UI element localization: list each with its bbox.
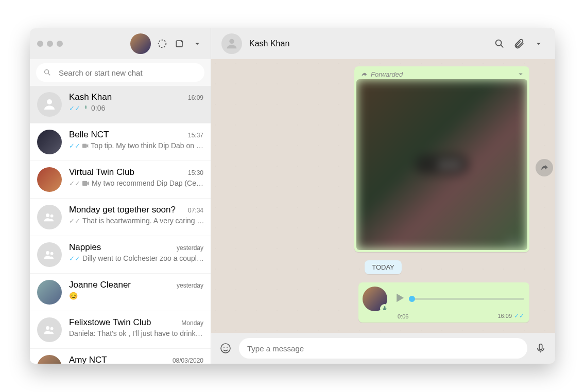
svg-point-9 xyxy=(50,252,54,255)
chat-info: Kash Khan16:09 ✓✓0:06 xyxy=(69,92,203,117)
chat-preview: Daniela: That's ok , I'll just have to d… xyxy=(69,329,203,337)
chat-avatar xyxy=(37,242,62,267)
chat-preview: ✓✓Top tip. My two think Dip Dab on … xyxy=(69,141,203,150)
chat-avatar xyxy=(37,167,62,192)
date-separator: TODAY xyxy=(365,260,402,274)
my-avatar[interactable] xyxy=(130,33,151,54)
new-chat-icon[interactable] xyxy=(174,38,186,50)
chat-info: Nappiesyesterday ✓✓Dilly went to Colches… xyxy=(69,242,203,267)
messages-area[interactable]: Forwarded 164 kB 22:00 TODAY xyxy=(211,59,555,333)
svg-point-0 xyxy=(159,40,166,48)
voice-track[interactable] xyxy=(412,298,524,300)
download-button[interactable]: 164 kB xyxy=(415,155,469,174)
contact-avatar[interactable] xyxy=(221,33,242,54)
svg-point-11 xyxy=(50,327,54,330)
chat-name: Joanne Cleaner xyxy=(69,280,131,290)
voice-sender-avatar xyxy=(363,287,387,311)
chat-info: Monday get together soon?07:34 ✓✓That is… xyxy=(69,205,203,229)
svg-point-13 xyxy=(496,40,502,46)
voice-record-icon[interactable] xyxy=(535,342,547,354)
chat-avatar xyxy=(37,92,62,117)
chat-list-item[interactable]: Felixstowe Twin ClubMonday Daniela: That… xyxy=(30,311,211,349)
chat-time: 15:37 xyxy=(188,132,203,139)
chat-time: 07:34 xyxy=(188,207,203,214)
svg-point-7 xyxy=(50,215,54,218)
image-timestamp: 22:00 xyxy=(507,240,522,247)
voice-timestamp: 16:09✓✓ xyxy=(497,312,524,319)
read-ticks-icon: ✓✓ xyxy=(69,104,80,112)
chat-time: yesterday xyxy=(177,244,203,252)
mic-badge-icon xyxy=(380,304,389,313)
close-dot[interactable] xyxy=(37,41,43,47)
chat-list-item[interactable]: Joanne Cleaneryesterday 😊 xyxy=(30,274,211,311)
message-input[interactable] xyxy=(247,344,519,353)
max-dot[interactable] xyxy=(57,41,63,47)
chat-preview: ✓✓My two recommend Dip Dap (Ce… xyxy=(69,179,203,187)
header-search-icon[interactable] xyxy=(493,38,506,50)
chat-name: Kash Khan xyxy=(69,92,112,102)
chat-preview: ✓✓That is heartwarming. A very caring … xyxy=(69,217,203,225)
chat-list-item[interactable]: Belle NCT15:37 ✓✓Top tip. My two think D… xyxy=(30,123,211,161)
chat-time: 08/03/2020 xyxy=(173,357,203,364)
chat-time: yesterday xyxy=(177,282,203,289)
chat-info: Belle NCT15:37 ✓✓Top tip. My two think D… xyxy=(69,130,203,154)
svg-point-12 xyxy=(229,39,234,44)
chat-avatar xyxy=(37,355,62,364)
chat-time: 16:09 xyxy=(188,94,203,101)
voice-thumb[interactable] xyxy=(409,296,415,302)
share-button[interactable] xyxy=(536,159,553,176)
mic-icon xyxy=(82,105,89,112)
video-icon xyxy=(82,143,89,149)
chat-preview: ✓✓0:06 xyxy=(69,104,203,112)
message-input-wrap[interactable] xyxy=(239,338,527,359)
svg-point-15 xyxy=(223,347,225,348)
chat-time: 15:30 xyxy=(188,169,203,176)
chat-name: Belle NCT xyxy=(69,130,109,140)
read-ticks-icon: ✓✓ xyxy=(69,255,80,262)
chat-time: Monday xyxy=(181,319,203,327)
sidebar: Kash Khan16:09 ✓✓0:06 Belle NCT15:37 ✓✓T… xyxy=(30,28,211,364)
attach-icon[interactable] xyxy=(513,38,525,50)
svg-point-2 xyxy=(45,70,49,74)
read-ticks-icon: ✓✓ xyxy=(69,217,80,225)
min-dot[interactable] xyxy=(47,41,53,47)
chat-list-item[interactable]: Monday get together soon?07:34 ✓✓That is… xyxy=(30,199,211,236)
video-icon xyxy=(82,181,90,186)
chat-info: Virtual Twin Club15:30 ✓✓My two recommen… xyxy=(69,167,203,192)
read-ticks-icon: ✓✓ xyxy=(69,142,80,150)
chat-info: Amy NCT08/03/2020 xyxy=(69,355,203,364)
search-input[interactable] xyxy=(59,68,197,77)
forwarded-image-message[interactable]: Forwarded 164 kB 22:00 xyxy=(354,66,529,252)
svg-point-16 xyxy=(227,347,228,348)
conversation-menu-icon[interactable] xyxy=(532,38,545,50)
app-window: Kash Khan16:09 ✓✓0:06 Belle NCT15:37 ✓✓T… xyxy=(30,28,555,364)
sidebar-header xyxy=(30,28,211,59)
composer xyxy=(211,333,555,364)
play-button[interactable] xyxy=(392,291,407,307)
chat-list[interactable]: Kash Khan16:09 ✓✓0:06 Belle NCT15:37 ✓✓T… xyxy=(30,86,211,364)
image-attachment[interactable]: 164 kB 22:00 xyxy=(356,79,527,250)
svg-rect-5 xyxy=(82,181,87,185)
forward-arrow-icon xyxy=(360,71,368,78)
chat-preview: 😊 xyxy=(69,292,203,300)
chat-avatar xyxy=(37,205,62,229)
chat-name: Nappies xyxy=(69,242,101,253)
chat-list-item[interactable]: Amy NCT08/03/2020 xyxy=(30,349,211,364)
svg-point-8 xyxy=(46,251,49,255)
svg-rect-17 xyxy=(539,344,542,350)
emoji-icon[interactable] xyxy=(219,342,232,354)
forwarded-text: Forwarded xyxy=(371,70,403,78)
chat-info: Joanne Cleaneryesterday 😊 xyxy=(69,280,203,305)
chat-avatar xyxy=(37,280,62,305)
chat-list-item[interactable]: Nappiesyesterday ✓✓Dilly went to Colches… xyxy=(30,236,211,274)
contact-name[interactable]: Kash Khan xyxy=(249,39,486,48)
status-icon[interactable] xyxy=(156,38,168,50)
search-bar[interactable] xyxy=(36,63,204,82)
forwarded-label: Forwarded xyxy=(356,68,527,79)
chat-list-item[interactable]: Virtual Twin Club15:30 ✓✓My two recommen… xyxy=(30,161,211,199)
menu-icon[interactable] xyxy=(191,38,203,50)
svg-point-14 xyxy=(221,344,230,353)
traffic-lights[interactable] xyxy=(37,41,63,47)
chat-list-item[interactable]: Kash Khan16:09 ✓✓0:06 xyxy=(30,86,211,123)
voice-message[interactable]: 0:06 16:09✓✓ xyxy=(358,282,529,323)
